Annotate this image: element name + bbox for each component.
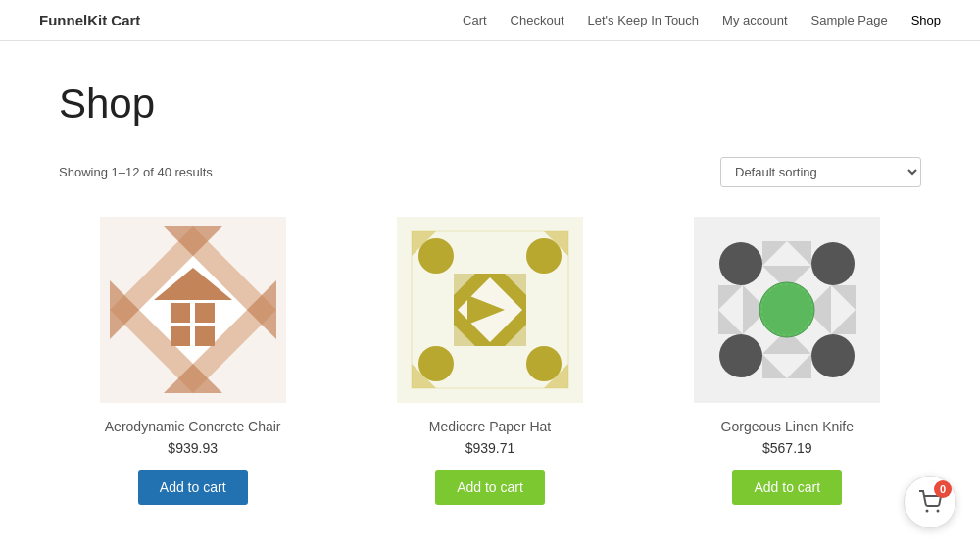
product-name-3[interactable]: Gorgeous Linen Knife — [721, 419, 854, 434]
svg-rect-7 — [195, 326, 215, 346]
nav-cart[interactable]: Cart — [463, 13, 487, 27]
product-name-1[interactable]: Aerodynamic Concrete Chair — [105, 419, 281, 434]
svg-rect-5 — [195, 303, 215, 323]
product-price-1: $939.93 — [168, 440, 218, 456]
product-card-1: Aerodynamic Concrete Chair $939.93 Add t… — [59, 217, 326, 505]
product-image-1 — [100, 217, 286, 403]
product-grid: Aerodynamic Concrete Chair $939.93 Add t… — [59, 217, 921, 505]
add-to-cart-button-2[interactable]: Add to cart — [435, 470, 545, 505]
product-price-3: $567.19 — [762, 440, 812, 456]
product-card-3: Gorgeous Linen Knife $567.19 Add to cart — [654, 217, 921, 505]
svg-point-36 — [811, 242, 855, 285]
sort-select[interactable]: Default sorting Sort by popularity Sort … — [720, 157, 921, 187]
nav-keep-in-touch[interactable]: Let's Keep In Touch — [588, 13, 700, 27]
nav-shop[interactable]: Shop — [911, 13, 941, 27]
svg-point-35 — [719, 242, 762, 285]
product-card-2: Mediocre Paper Hat $939.71 Add to cart — [356, 217, 623, 505]
svg-point-37 — [719, 334, 762, 377]
svg-point-58 — [937, 510, 940, 513]
add-to-cart-button-3[interactable]: Add to cart — [732, 470, 842, 505]
site-header: FunnelKit Cart Cart Checkout Let's Keep … — [0, 0, 980, 41]
nav-sample-page[interactable]: Sample Page — [811, 13, 888, 27]
shop-meta: Showing 1–12 of 40 results Default sorti… — [59, 157, 921, 187]
nav-checkout[interactable]: Checkout — [511, 13, 564, 27]
nav-my-account[interactable]: My account — [722, 13, 787, 27]
main-nav: Cart Checkout Let's Keep In Touch My acc… — [463, 13, 941, 27]
svg-point-38 — [811, 334, 855, 377]
floating-cart-button[interactable]: 0 — [904, 476, 956, 528]
main-content: Shop Showing 1–12 of 40 results Default … — [0, 41, 980, 544]
svg-rect-4 — [171, 303, 190, 323]
cart-count-badge: 0 — [934, 480, 952, 498]
site-logo[interactable]: FunnelKit Cart — [39, 12, 140, 28]
svg-point-57 — [926, 510, 929, 513]
svg-rect-6 — [171, 326, 190, 346]
product-image-2 — [397, 217, 583, 403]
page-title: Shop — [59, 80, 921, 127]
svg-point-55 — [760, 282, 814, 337]
product-name-2[interactable]: Mediocre Paper Hat — [429, 419, 552, 434]
product-image-3 — [694, 217, 880, 403]
product-price-2: $939.71 — [466, 440, 515, 456]
results-count: Showing 1–12 of 40 results — [59, 165, 213, 179]
add-to-cart-button-1[interactable]: Add to cart — [138, 470, 248, 505]
